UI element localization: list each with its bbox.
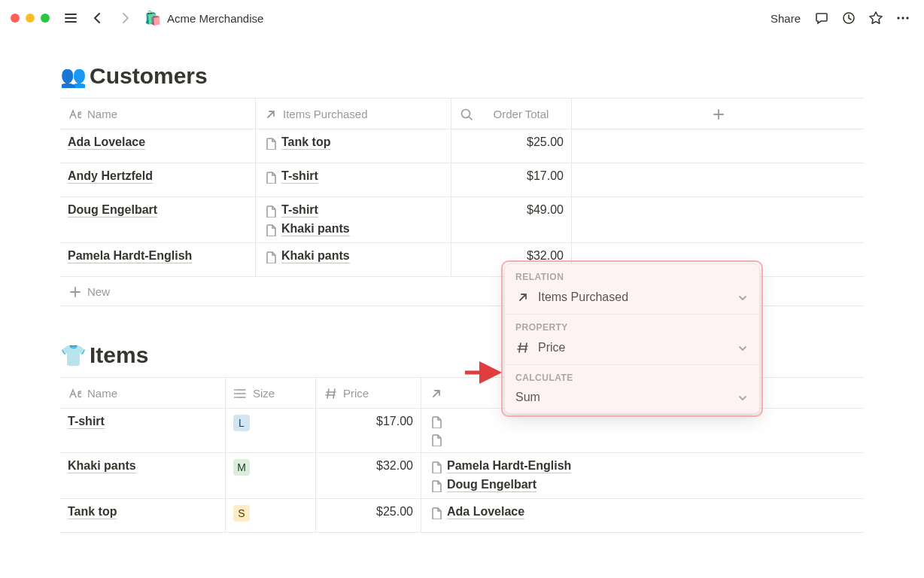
table-row[interactable]: Doug EngelbartT-shirtKhaki pants$49.00 [60, 197, 864, 243]
cell-empty [572, 163, 864, 196]
cell-buyers[interactable] [421, 409, 864, 452]
cell-items-purchased[interactable]: Tank top [256, 129, 451, 163]
customers-heading: 👥 Customers [60, 63, 864, 89]
cell-price[interactable]: $32.00 [316, 453, 421, 498]
more-options-button[interactable] [892, 8, 913, 29]
col-header-name[interactable]: Name [60, 99, 256, 129]
cell-buyers[interactable]: Pamela Hardt-EnglishDoug Engelbart [421, 453, 864, 498]
sidebar-toggle-button[interactable] [60, 8, 81, 29]
popover-relation-label: RELATION [515, 272, 749, 282]
page-reference[interactable] [429, 433, 447, 446]
page-icon [429, 460, 442, 473]
breadcrumb[interactable]: 🛍️ Acme Merchandise [144, 10, 263, 26]
size-tag: M [233, 459, 250, 476]
cell-order-total[interactable]: $17.00 [451, 163, 572, 196]
popover-property-label: PROPERTY [515, 322, 749, 333]
items-title: Items [90, 342, 148, 368]
cell-name[interactable]: Khaki pants [60, 453, 226, 498]
order-total-value: $17.00 [527, 169, 564, 183]
cell-name[interactable]: T-shirt [60, 409, 226, 452]
page-reference[interactable]: Ada Lovelace [429, 505, 524, 519]
price-value: $32.00 [376, 459, 413, 473]
cell-price[interactable]: $17.00 [316, 409, 421, 452]
comments-button[interactable] [811, 8, 832, 29]
page-icon [263, 136, 277, 150]
page-reference[interactable]: Khaki pants [263, 249, 350, 263]
cell-size[interactable]: S [226, 499, 316, 532]
chevron-down-icon [735, 391, 749, 404]
page-icon [263, 204, 277, 218]
table-row[interactable]: Tank topS$25.00Ada Lovelace [60, 499, 864, 533]
text-property-icon [68, 386, 81, 400]
cell-buyers[interactable]: Ada Lovelace [421, 499, 864, 532]
col-header-size[interactable]: Size [226, 378, 316, 408]
table-row[interactable]: T-shirtL$17.00 [60, 409, 864, 453]
cell-name[interactable]: Doug Engelbart [60, 197, 256, 242]
price-value: $17.00 [376, 415, 413, 428]
page-reference[interactable]: T-shirt [263, 203, 350, 218]
cell-items-purchased[interactable]: Khaki pants [256, 243, 451, 276]
page-icon [429, 415, 442, 428]
favorite-button[interactable] [865, 8, 886, 29]
table-row[interactable]: Andy HertzfeldT-shirt$17.00 [60, 163, 864, 197]
cell-size[interactable]: M [226, 453, 316, 498]
rollup-property-icon [459, 107, 473, 120]
cell-order-total[interactable]: $49.00 [451, 197, 572, 242]
customer-name: Ada Lovelace [68, 135, 145, 150]
items-icon: 👕 [60, 343, 87, 368]
popover-property-select[interactable]: Price [515, 337, 749, 358]
cell-order-total[interactable]: $25.00 [451, 129, 572, 163]
size-tag: S [233, 505, 250, 522]
plus-icon [68, 284, 81, 298]
page-icon [429, 506, 442, 519]
popover-calculate-select[interactable]: Sum [515, 388, 749, 407]
cell-items-purchased[interactable]: T-shirt [256, 163, 451, 196]
page-reference[interactable]: T-shirt [263, 169, 318, 184]
page-icon [263, 170, 277, 184]
col-header-price[interactable]: Price [316, 378, 421, 408]
nav-back-button[interactable] [87, 8, 108, 29]
maximize-window-button[interactable] [41, 14, 50, 23]
cell-name[interactable]: Andy Hertzfeld [60, 163, 256, 196]
page-reference[interactable] [429, 415, 447, 428]
col-header-items-purchased[interactable]: Items Purchased [256, 99, 451, 129]
cell-items-purchased[interactable]: T-shirtKhaki pants [256, 197, 451, 242]
relation-property-icon [515, 290, 530, 305]
updates-button[interactable] [838, 8, 859, 29]
number-property-icon [324, 386, 337, 400]
page-reference[interactable]: Doug Engelbart [429, 478, 571, 492]
col-header-order-total[interactable]: Order Total [451, 99, 572, 129]
cell-name[interactable]: Tank top [60, 499, 226, 532]
table-row[interactable]: Khaki pantsM$32.00Pamela Hardt-EnglishDo… [60, 453, 864, 499]
page-icon [263, 223, 277, 236]
cell-price[interactable]: $25.00 [316, 499, 421, 532]
plus-icon [711, 107, 725, 120]
customer-name: Doug Engelbart [68, 203, 157, 218]
order-total-value: $25.00 [527, 135, 564, 149]
cell-size[interactable]: L [226, 409, 316, 452]
window-topbar: 🛍️ Acme Merchandise Share [0, 0, 924, 36]
table-row[interactable]: Ada LovelaceTank top$25.00 [60, 129, 864, 163]
close-window-button[interactable] [11, 14, 20, 23]
add-column-button[interactable] [572, 99, 864, 129]
cell-name[interactable]: Pamela Hardt-English [60, 243, 256, 276]
page-reference[interactable]: Tank top [263, 135, 330, 150]
page-icon [429, 479, 442, 492]
cell-name[interactable]: Ada Lovelace [60, 129, 256, 163]
chevron-down-icon [735, 341, 749, 354]
number-property-icon [515, 340, 530, 355]
page-reference[interactable]: Khaki pants [263, 222, 350, 236]
page-title: Acme Merchandise [167, 12, 263, 25]
price-value: $25.00 [376, 505, 413, 519]
page-icon [263, 250, 277, 263]
nav-forward-button[interactable] [114, 8, 135, 29]
page-icon: 🛍️ [144, 10, 161, 26]
page-reference[interactable]: Pamela Hardt-English [429, 459, 571, 473]
item-name: T-shirt [68, 415, 105, 429]
share-button[interactable]: Share [766, 9, 805, 28]
popover-relation-select[interactable]: Items Purchased [515, 287, 749, 308]
rollup-config-popover: RELATION Items Purchased PROPERTY Price … [504, 263, 760, 414]
size-tag: L [233, 415, 250, 431]
col-header-name[interactable]: Name [60, 378, 226, 408]
minimize-window-button[interactable] [26, 14, 35, 23]
